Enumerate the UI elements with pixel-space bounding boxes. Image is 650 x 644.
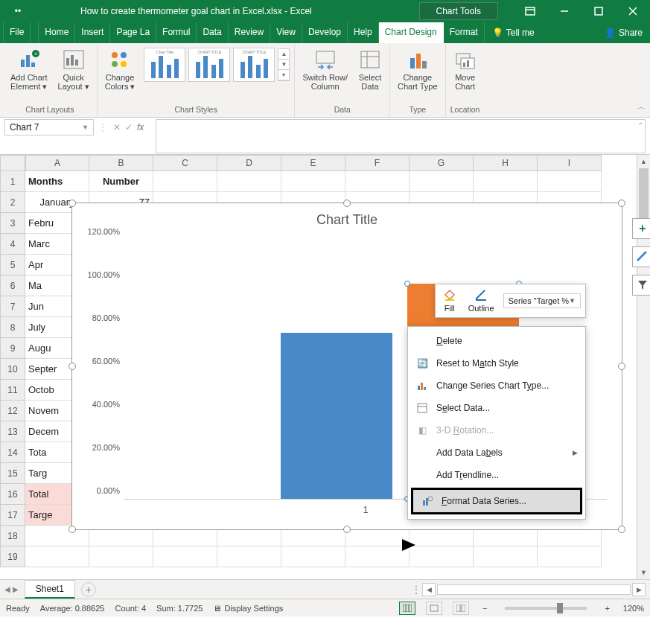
close-button[interactable] xyxy=(616,0,650,22)
chart-title[interactable]: Chart Title xyxy=(72,203,622,237)
tab-page-layout[interactable]: Page La xyxy=(110,22,156,43)
chart-styles-button[interactable] xyxy=(632,246,650,267)
horizontal-scrollbar[interactable] xyxy=(437,584,631,595)
outline-button[interactable]: Outline xyxy=(465,287,497,314)
cancel-formula-button[interactable]: ✕ xyxy=(113,122,121,133)
zoom-slider[interactable] xyxy=(505,607,587,610)
resize-handle[interactable] xyxy=(68,363,76,370)
quick-access-toolbar[interactable]: •• xyxy=(0,6,36,16)
sheet-nav-buttons[interactable]: ◀ ▶ xyxy=(4,585,19,593)
ribbon-display-options-button[interactable] xyxy=(513,0,547,22)
tab-developer[interactable]: Develop xyxy=(302,22,348,43)
resize-handle[interactable] xyxy=(68,526,76,533)
tab-home[interactable]: Home xyxy=(38,22,75,43)
display-settings-button[interactable]: 🖥Display Settings xyxy=(213,604,283,613)
switch-row-column-button[interactable]: Switch Row/ Column xyxy=(299,46,351,92)
tab-chart-design[interactable]: Chart Design xyxy=(379,22,444,43)
series-selector-dropdown[interactable]: Series "Target %▼ xyxy=(503,293,581,308)
menu-add-data-labels[interactable]: Add Data Labels▶ xyxy=(408,441,585,464)
col-G[interactable]: G xyxy=(410,155,474,171)
tab-help[interactable]: Help xyxy=(348,22,379,43)
tell-me-button[interactable]: 💡Tell me xyxy=(485,22,542,43)
add-sheet-button[interactable]: + xyxy=(81,582,96,597)
menu-select-data[interactable]: Select Data... xyxy=(408,397,585,419)
cell-B1[interactable]: Number xyxy=(89,171,153,192)
col-C[interactable]: C xyxy=(153,155,217,171)
resize-handle[interactable] xyxy=(618,363,625,370)
chart-style-1[interactable]: Chart Title xyxy=(144,48,185,82)
fill-button[interactable]: Fill xyxy=(440,287,459,314)
move-chart-button[interactable]: Move Chart xyxy=(450,46,480,92)
hscroll-right-button[interactable]: ▶ xyxy=(632,583,646,596)
style-gallery-scroll[interactable]: ▲▼▾ xyxy=(278,48,290,81)
resize-handle[interactable] xyxy=(343,200,351,207)
tab-view[interactable]: View xyxy=(270,22,302,43)
menu-change-series-chart-type[interactable]: Change Series Chart Type... xyxy=(408,374,585,397)
chevron-down-icon[interactable]: ▼ xyxy=(278,60,289,70)
formula-bar[interactable]: ⌃ xyxy=(156,119,646,153)
menu-format-data-series[interactable]: Format Data Series... xyxy=(413,490,580,512)
add-chart-element-button[interactable]: + Add Chart Element ▾ xyxy=(7,46,51,92)
sheet-tab-sheet1[interactable]: Sheet1 xyxy=(25,580,75,599)
chart-style-2[interactable]: CHART TITLE xyxy=(188,48,230,82)
maximize-button[interactable] xyxy=(582,0,616,22)
col-H[interactable]: H xyxy=(474,155,538,171)
tab-file[interactable]: File xyxy=(3,22,31,43)
col-E[interactable]: E xyxy=(281,155,345,171)
chart-style-3[interactable]: CHART TITLE xyxy=(233,48,275,82)
minimize-button[interactable] xyxy=(547,0,582,22)
chevron-down-icon[interactable]: ▼ xyxy=(82,124,89,131)
resize-handle[interactable] xyxy=(618,526,625,533)
tab-data[interactable]: Data xyxy=(197,22,228,43)
svg-rect-23 xyxy=(410,58,415,68)
svg-rect-43 xyxy=(430,605,438,611)
change-chart-type-button[interactable]: Change Chart Type xyxy=(395,46,441,92)
hscroll-left-button[interactable]: ◀ xyxy=(422,583,436,596)
select-all-corner[interactable] xyxy=(0,155,25,171)
col-F[interactable]: F xyxy=(345,155,410,171)
col-B[interactable]: B xyxy=(89,155,153,171)
tab-review[interactable]: Review xyxy=(229,22,270,43)
expand-formula-bar-button[interactable]: ⌃ xyxy=(637,121,643,130)
col-D[interactable]: D xyxy=(217,155,281,171)
column-headers[interactable]: A B C D E F G H I xyxy=(25,155,602,171)
chevron-more-icon[interactable]: ▾ xyxy=(278,70,289,80)
zoom-in-button[interactable]: + xyxy=(602,604,612,613)
page-layout-view-button[interactable] xyxy=(426,602,442,615)
chart-styles-gallery[interactable]: Chart Title CHART TITLE CHART TITLE ▲▼▾ xyxy=(142,46,290,83)
menu-add-trendline[interactable]: Add Trendline... xyxy=(408,464,585,486)
col-I[interactable]: I xyxy=(538,155,602,171)
row-headers[interactable]: 12 34 56 78 910 1112 1314 1516 1718 19 xyxy=(0,171,25,567)
enter-formula-button[interactable]: ✓ xyxy=(125,122,133,133)
chevron-up-icon[interactable]: ▲ xyxy=(278,49,289,60)
select-data-button[interactable]: Select Data xyxy=(355,46,385,92)
scroll-down-icon[interactable]: ▼ xyxy=(637,566,650,579)
menu-reset-match-style[interactable]: 🔄Reset to Match Style xyxy=(408,352,585,374)
name-box[interactable]: Chart 7▼ xyxy=(4,119,94,136)
resize-handle[interactable] xyxy=(343,526,351,533)
chart-elements-button[interactable]: + xyxy=(632,218,650,239)
page-break-preview-button[interactable] xyxy=(453,602,469,615)
collapse-ribbon-button[interactable]: ︿ xyxy=(637,101,646,112)
quick-layout-button[interactable]: Quick Layout ▾ xyxy=(55,46,92,92)
chart-filters-button[interactable] xyxy=(632,275,650,296)
y-axis[interactable]: 0.00% 20.00% 40.00% 60.00% 80.00% 100.00… xyxy=(80,240,123,500)
change-colors-button[interactable]: Change Colors ▾ xyxy=(102,46,138,92)
zoom-out-button[interactable]: − xyxy=(479,604,490,613)
fx-icon[interactable]: fx xyxy=(137,122,150,133)
zoom-level[interactable]: 120% xyxy=(623,604,644,613)
tab-formulas[interactable]: Formul xyxy=(156,22,197,43)
resize-handle[interactable] xyxy=(618,200,625,207)
col-A[interactable]: A xyxy=(25,155,89,171)
cell-A1[interactable]: Months xyxy=(25,171,89,192)
normal-view-button[interactable] xyxy=(399,602,415,615)
tab-insert[interactable]: Insert xyxy=(75,22,110,43)
tab-format[interactable]: Format xyxy=(444,22,485,43)
menu-delete[interactable]: Delete xyxy=(408,330,585,352)
scroll-up-icon[interactable]: ▲ xyxy=(637,155,650,168)
chart-object[interactable]: Chart Title 0.00% 20.00% 40.00% 60.00% 8… xyxy=(71,203,622,530)
resize-handle[interactable] xyxy=(68,200,76,207)
share-button[interactable]: 👤Share xyxy=(597,22,650,43)
bar-series-1[interactable] xyxy=(281,333,392,499)
worksheet-grid[interactable]: A B C D E F G H I 12 34 56 78 910 1112 1… xyxy=(0,155,650,579)
